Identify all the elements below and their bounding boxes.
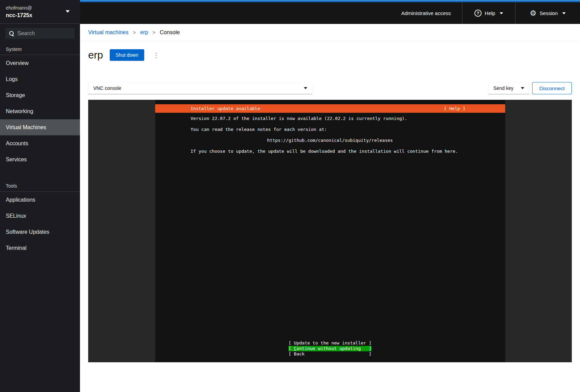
option-back[interactable]: [ Back ] — [288, 351, 372, 357]
sidebar-item-virtual-machines[interactable]: Virtual Machines — [0, 119, 80, 135]
host-name: ncc-1725x — [6, 11, 74, 19]
chevron-down-icon — [521, 87, 524, 89]
page-title: erp — [88, 49, 103, 61]
user-menu[interactable]: ehofmann@ ncc-1725x — [0, 0, 80, 24]
installer-header-bar: Installer update available [ Help ] — [155, 104, 505, 113]
installer-header-title: Installer update available — [191, 104, 260, 113]
vnc-console-area: Installer update available [ Help ] Vers… — [88, 100, 572, 362]
sidebar-item-selinux[interactable]: SELinux — [0, 208, 80, 224]
session-menu[interactable]: ⚙ Session — [515, 2, 580, 24]
sidebar-item-terminal[interactable]: Terminal — [0, 240, 80, 256]
vnc-screen[interactable]: Installer update available [ Help ] Vers… — [155, 100, 505, 362]
help-icon: ? — [474, 10, 482, 17]
gear-icon: ⚙ — [530, 10, 537, 17]
help-menu[interactable]: ? Help — [462, 2, 515, 24]
session-label: Session — [540, 10, 558, 16]
chevron-right-icon: > — [152, 30, 155, 35]
user-name: ehofmann@ — [6, 4, 74, 11]
chevron-down-icon — [562, 12, 566, 14]
send-key-label: Send key — [494, 85, 513, 91]
breadcrumb: Virtual machines > erp > Console — [80, 24, 580, 41]
disconnect-button[interactable]: Disconnect — [532, 82, 572, 94]
sidebar-item-networking[interactable]: Networking — [0, 103, 80, 119]
chevron-down-icon — [500, 12, 503, 14]
installer-help-button[interactable]: [ Help ] — [444, 104, 466, 113]
section-title-tools: Tools — [0, 183, 80, 191]
installer-message: Version 22.07.2 of the installer is now … — [155, 116, 505, 160]
installer-line: If you choose to update, the update will… — [155, 149, 505, 154]
console-type-select[interactable]: VNC console — [88, 82, 312, 94]
installer-release-notes-url: https://github.com/canonical/subiquity/r… — [155, 138, 505, 143]
sidebar-item-software-updates[interactable]: Software Updates — [0, 224, 80, 240]
console-toolbar: VNC console Send key Disconnect — [88, 82, 572, 94]
sidebar-item-overview[interactable]: Overview — [0, 55, 80, 71]
sidebar-item-accounts[interactable]: Accounts — [0, 135, 80, 151]
search-icon — [9, 31, 14, 36]
kebab-menu-icon[interactable]: ⋮ — [151, 51, 162, 60]
section-title-system: System — [0, 46, 80, 55]
page-header: erp Shut down ⋮ — [88, 49, 162, 61]
chevron-right-icon: > — [133, 30, 136, 35]
sidebar-item-storage[interactable]: Storage — [0, 87, 80, 103]
sidebar: ehofmann@ ncc-1725x System Overview Logs… — [0, 0, 80, 392]
option-update-installer[interactable]: [ Update to the new installer ] — [288, 340, 372, 346]
console-type-value: VNC console — [93, 85, 121, 91]
sidebar-search[interactable] — [5, 28, 75, 39]
masthead: Administrative access ? Help ⚙ Session — [80, 0, 580, 24]
search-input[interactable] — [17, 30, 71, 37]
option-continue-without-updating[interactable]: [ Continue without updating ] — [288, 346, 372, 351]
sidebar-item-services[interactable]: Services — [0, 151, 80, 167]
breadcrumb-console: Console — [160, 29, 180, 36]
sidebar-item-applications[interactable]: Applications — [0, 192, 80, 208]
administrative-access-label: Administrative access — [401, 10, 451, 16]
sidebar-item-logs[interactable]: Logs — [0, 71, 80, 87]
installer-line: You can read the release notes for each … — [155, 127, 505, 132]
breadcrumb-virtual-machines[interactable]: Virtual machines — [88, 29, 129, 36]
chevron-down-icon — [66, 10, 70, 13]
main-content: erp Shut down ⋮ VNC console Send key Dis… — [80, 41, 580, 392]
accent-bar — [80, 0, 580, 2]
breadcrumb-erp[interactable]: erp — [140, 29, 148, 36]
chevron-down-icon — [304, 87, 307, 89]
shut-down-button[interactable]: Shut down — [110, 49, 144, 61]
installer-line: Version 22.07.2 of the installer is now … — [155, 116, 505, 121]
installer-options: [ Update to the new installer ] [ Contin… — [155, 340, 505, 357]
help-label: Help — [485, 10, 495, 16]
send-key-dropdown[interactable]: Send key — [488, 82, 529, 94]
administrative-access-button[interactable]: Administrative access — [401, 2, 462, 24]
